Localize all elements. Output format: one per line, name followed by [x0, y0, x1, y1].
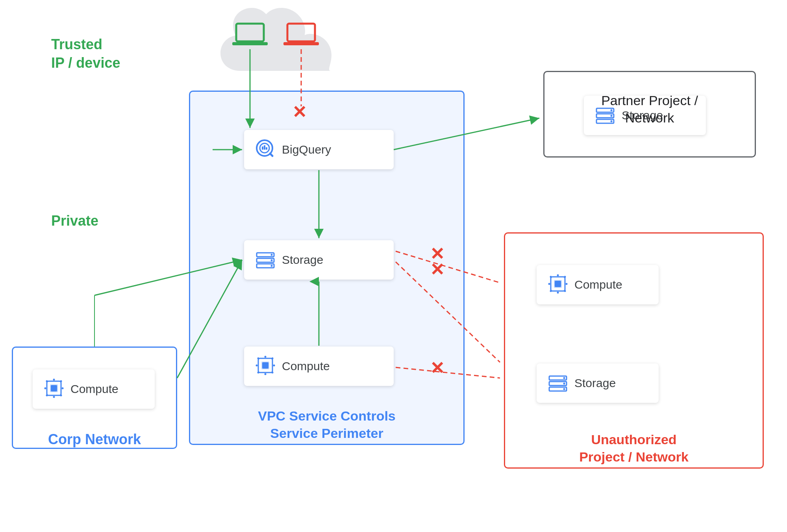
- svg-point-33: [53, 396, 55, 398]
- svg-point-50: [557, 292, 559, 294]
- svg-point-35: [62, 387, 64, 389]
- svg-point-61: [563, 383, 565, 385]
- storage-label-unauth: Storage: [574, 376, 616, 390]
- svg-point-51: [548, 283, 550, 285]
- svg-point-38: [46, 395, 48, 397]
- compute-label-vpc: Compute: [282, 360, 330, 373]
- compute-label-corp: Compute: [70, 382, 119, 396]
- trusted-ip-label: Trusted IP / device: [51, 35, 120, 72]
- svg-point-26: [272, 358, 274, 360]
- partner-project-label: Partner Project / Network: [544, 92, 755, 126]
- svg-rect-20: [262, 362, 269, 369]
- unauthorized-label: Unauthorized Project / Network: [505, 431, 763, 469]
- svg-point-21: [265, 356, 267, 358]
- svg-rect-9: [264, 145, 265, 150]
- storage-label-vpc: Storage: [282, 253, 323, 267]
- svg-point-27: [257, 372, 259, 374]
- svg-point-37: [60, 380, 62, 382]
- svg-point-15: [271, 254, 273, 256]
- compute-label-unauth: Compute: [574, 278, 622, 291]
- svg-point-32: [53, 379, 55, 381]
- compute-card-vpc: Compute: [244, 347, 394, 386]
- svg-point-56: [564, 290, 566, 292]
- storage-icon-unauth: [548, 372, 568, 394]
- vpc-label: VPC Service Controls Service Perimeter: [190, 407, 463, 448]
- svg-point-36: [46, 380, 48, 382]
- private-label: Private: [51, 213, 98, 229]
- bigquery-icon: [255, 139, 276, 161]
- compute-icon-vpc: [255, 355, 276, 377]
- partner-project-box: Storage Partner Project / Network: [543, 71, 756, 158]
- svg-point-17: [271, 265, 273, 267]
- unauthorized-box: Compute Storage Unauthorized Project / N…: [504, 232, 764, 469]
- svg-rect-31: [51, 385, 57, 391]
- storage-card-vpc: Storage: [244, 240, 394, 280]
- trusted-laptop: [232, 22, 268, 51]
- storage-card-unauth: Storage: [537, 363, 659, 403]
- svg-point-52: [566, 283, 568, 285]
- corp-network-box: Compute Corp Network: [12, 347, 177, 449]
- svg-point-55: [550, 290, 552, 292]
- svg-point-16: [271, 260, 273, 261]
- bigquery-label: BigQuery: [282, 143, 331, 156]
- compute-card-unauth: Compute: [537, 265, 659, 304]
- svg-rect-10: [266, 147, 267, 150]
- svg-line-11: [270, 154, 272, 156]
- svg-point-62: [563, 388, 565, 390]
- svg-point-28: [272, 372, 274, 374]
- compute-icon-unauth: [548, 274, 568, 296]
- svg-point-22: [265, 373, 267, 375]
- compute-card-corp: Compute: [33, 369, 155, 409]
- svg-rect-48: [555, 281, 561, 287]
- diagram-container: Trusted IP / device Private VPC Service …: [0, 0, 787, 532]
- svg-point-23: [256, 365, 258, 367]
- svg-point-25: [257, 358, 259, 360]
- svg-point-60: [563, 377, 565, 379]
- compute-icon-corp: [44, 378, 64, 400]
- bigquery-card: BigQuery: [244, 130, 394, 169]
- svg-point-53: [550, 276, 552, 278]
- svg-point-24: [273, 365, 275, 367]
- corp-network-label: Corp Network: [13, 431, 176, 452]
- cloud-shape: [205, 8, 354, 87]
- storage-icon-vpc: [255, 249, 276, 271]
- svg-rect-0: [236, 24, 264, 41]
- svg-point-54: [564, 276, 566, 278]
- svg-point-34: [44, 387, 46, 389]
- svg-point-49: [557, 274, 559, 276]
- svg-rect-3: [287, 24, 315, 41]
- svg-point-39: [60, 395, 62, 397]
- svg-rect-8: [262, 146, 263, 150]
- untrusted-laptop: [283, 22, 319, 51]
